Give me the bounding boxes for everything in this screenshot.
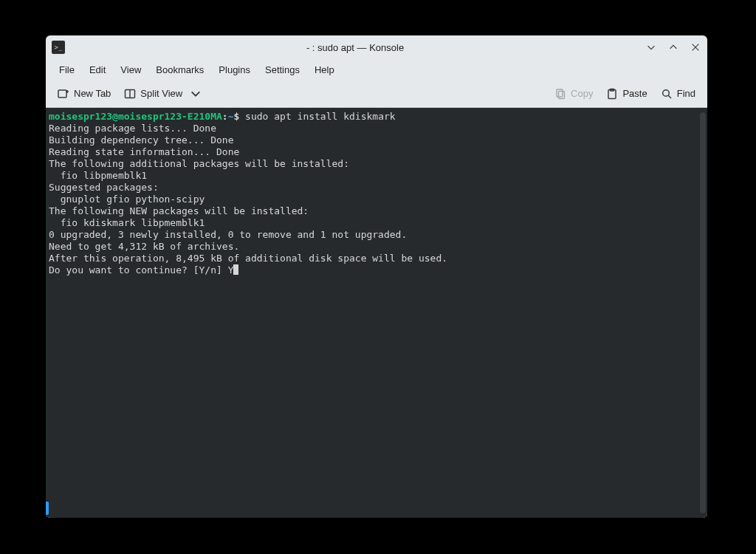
paste-button[interactable]: Paste <box>600 84 653 103</box>
menu-help[interactable]: Help <box>307 61 342 78</box>
menubar: File Edit View Bookmarks Plugins Setting… <box>46 59 707 80</box>
menu-bookmarks[interactable]: Bookmarks <box>148 61 211 78</box>
find-label: Find <box>677 88 695 99</box>
scrollbar[interactable] <box>700 112 706 513</box>
search-icon <box>661 88 673 100</box>
terminal-app-icon <box>52 41 65 54</box>
menu-edit[interactable]: Edit <box>82 61 113 78</box>
terminal-area[interactable]: moisespr123@moisespr123-E210MA:~$ sudo a… <box>46 108 707 518</box>
split-view-icon <box>124 88 136 100</box>
svg-rect-8 <box>559 91 565 98</box>
chevron-up-icon <box>668 42 678 52</box>
new-tab-label: New Tab <box>74 88 111 99</box>
find-button[interactable]: Find <box>655 84 701 103</box>
chevron-down-icon <box>190 88 202 100</box>
split-view-button[interactable]: Split View <box>118 84 207 103</box>
paste-icon <box>606 88 618 100</box>
menu-view[interactable]: View <box>113 61 148 78</box>
new-tab-button[interactable]: New Tab <box>52 84 117 103</box>
window-controls <box>645 41 701 53</box>
svg-rect-7 <box>557 89 563 97</box>
toolbar: New Tab Split View Copy Paste Fi <box>46 80 707 108</box>
terminal-output: moisespr123@moisespr123-E210MA:~$ sudo a… <box>46 108 698 518</box>
minimize-button[interactable] <box>645 41 657 53</box>
copy-label: Copy <box>571 88 593 99</box>
split-view-label: Split View <box>140 88 182 99</box>
window-title: - : sudo apt — Konsole <box>65 42 645 53</box>
svg-point-11 <box>662 89 669 96</box>
new-tab-icon <box>58 88 69 100</box>
maximize-button[interactable] <box>667 41 679 53</box>
close-button[interactable] <box>690 41 701 53</box>
paste-label: Paste <box>622 88 647 99</box>
copy-icon <box>554 88 566 100</box>
app-window: - : sudo apt — Konsole File Edit View Bo… <box>46 35 707 518</box>
titlebar: - : sudo apt — Konsole <box>46 35 707 59</box>
active-session-indicator <box>46 502 49 515</box>
menu-file[interactable]: File <box>52 61 82 78</box>
close-icon <box>690 42 701 52</box>
chevron-down-icon <box>646 42 656 52</box>
svg-line-12 <box>668 95 671 98</box>
svg-rect-2 <box>58 90 66 98</box>
menu-plugins[interactable]: Plugins <box>211 61 258 78</box>
menu-settings[interactable]: Settings <box>258 61 307 78</box>
copy-button[interactable]: Copy <box>549 84 599 103</box>
